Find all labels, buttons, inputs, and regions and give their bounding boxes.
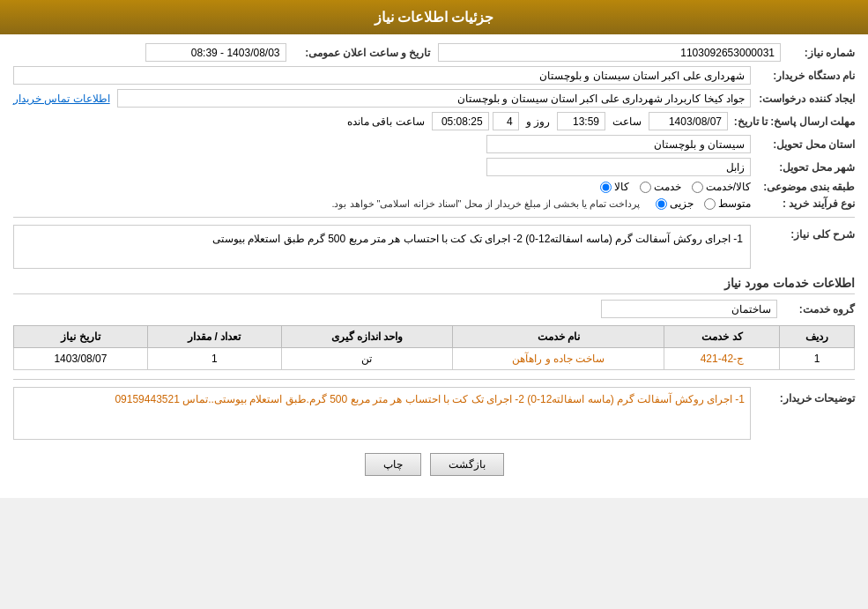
deadline-days-label: روز و <box>526 115 550 128</box>
col-quantity: تعداد / مقدار <box>147 326 281 348</box>
buyer-notes-box: 1- اجرای روکش آسفالت گرم (ماسه اسفالته12… <box>13 387 751 440</box>
category-kala-option[interactable]: کالا <box>600 181 629 193</box>
deadline-date-value: 1403/08/07 <box>649 112 728 130</box>
divider-1 <box>13 217 855 218</box>
button-row: بازگشت چاپ <box>13 453 855 489</box>
category-kala-khadamat-label: کالا/خدمت <box>706 181 751 193</box>
deadline-time-label: ساعت <box>612 115 642 128</box>
content-area: شماره نیاز: 1103092653000031 تاریخ و ساع… <box>0 34 868 498</box>
delivery-city-value: زابل <box>486 158 751 176</box>
col-service-code: کد خدمت <box>664 326 780 348</box>
process-motavaset-radio[interactable] <box>704 198 716 210</box>
col-unit: واحد اندازه گیری <box>281 326 452 348</box>
services-table: ردیف کد خدمت نام خدمت واحد اندازه گیری ت… <box>13 325 855 370</box>
category-khadamat-option[interactable]: خدمت <box>640 181 681 193</box>
deadline-label: مهلت ارسال پاسخ: تا تاریخ: <box>731 115 855 128</box>
cell-row_num: 1 <box>780 348 855 370</box>
process-note: پرداخت تمام یا بخشی از مبلغ خریدار از مح… <box>331 198 640 210</box>
creator-label: ایجاد کننده درخواست: <box>758 93 855 105</box>
announcement-date-label: تاریخ و ساعت اعلان عمومی: <box>290 47 431 59</box>
table-row: 1ج-42-421ساخت جاده و راهآهنتن11403/08/07 <box>14 348 855 370</box>
cell-need_date: 1403/08/07 <box>14 348 148 370</box>
category-kala-label: کالا <box>614 181 629 193</box>
deadline-remaining-value: 05:08:25 <box>432 112 489 130</box>
buyer-org-label: نام دستگاه خریدار: <box>758 70 855 82</box>
category-khadamat-radio[interactable] <box>640 182 651 193</box>
services-title: اطلاعات خدمات مورد نیاز <box>13 276 855 294</box>
delivery-province-value: سیستان و بلوچستان <box>486 135 751 153</box>
delivery-province-label: استان محل تحویل: <box>758 138 855 151</box>
need-description-box: 1- اجرای روکش آسفالت گرم (ماسه اسفالته12… <box>13 225 751 269</box>
category-label: طبقه بندی موضوعی: <box>758 181 855 193</box>
page-header: جزئیات اطلاعات نیاز <box>0 0 868 34</box>
category-radio-group: کالا/خدمت خدمت کالا <box>600 181 751 193</box>
need-description-label: شرح کلی نیاز: <box>758 225 855 241</box>
category-kala-khadamat-radio[interactable] <box>692 182 703 193</box>
buyer-notes-value: 1- اجرای روکش آسفالت گرم (ماسه اسفالته12… <box>115 393 745 405</box>
service-group-value: ساختمان <box>601 300 777 318</box>
deadline-time-value: 13:59 <box>557 112 605 130</box>
col-row-num: ردیف <box>780 326 855 348</box>
category-kala-radio[interactable] <box>600 182 612 193</box>
process-motavaset-label: متوسط <box>718 197 751 210</box>
need-number-label: شماره نیاز: <box>784 47 855 59</box>
page-title: جزئیات اطلاعات نیاز <box>375 10 494 25</box>
buyer-notes-label: توضیحات خریدار: <box>758 387 855 405</box>
category-kala-khadamat-option[interactable]: کالا/خدمت <box>692 181 751 193</box>
process-label: نوع فرآیند خرید : <box>758 197 855 210</box>
back-button[interactable]: بازگشت <box>430 453 504 476</box>
process-jozvi-label: جزیی <box>670 197 694 210</box>
deadline-remaining-label: ساعت باقی مانده <box>347 115 425 128</box>
service-group-label: گروه خدمت: <box>784 303 855 316</box>
process-motavaset-option[interactable]: متوسط <box>704 197 751 210</box>
need-description-value: 1- اجرای روکش آسفالت گرم (ماسه اسفالته12… <box>212 233 743 245</box>
print-button[interactable]: چاپ <box>365 453 421 476</box>
buyer-org-value: شهرداری علی اکبر استان سیستان و بلوچستان <box>13 66 751 85</box>
process-radio-group: متوسط جزیی <box>656 197 751 210</box>
page-wrapper: جزئیات اطلاعات نیاز شماره نیاز: 11030926… <box>0 0 868 498</box>
cell-unit: تن <box>281 348 452 370</box>
col-service-name: نام خدمت <box>453 326 664 348</box>
col-need-date: تاریخ نیاز <box>14 326 148 348</box>
need-number-value: 1103092653000031 <box>438 43 782 62</box>
cell-service_name: ساخت جاده و راهآهن <box>453 348 664 370</box>
deadline-days-value: 4 <box>493 112 519 130</box>
divider-2 <box>13 379 855 380</box>
category-khadamat-label: خدمت <box>654 181 681 193</box>
delivery-city-label: شهر محل تحویل: <box>758 161 855 174</box>
cell-quantity: 1 <box>147 348 281 370</box>
announcement-date-value: 1403/08/03 - 08:39 <box>145 43 286 62</box>
contact-link[interactable]: اطلاعات تماس خریدار <box>13 93 110 105</box>
process-jozvi-radio[interactable] <box>656 198 667 210</box>
cell-service_code: ج-42-421 <box>664 348 780 370</box>
process-jozvi-option[interactable]: جزیی <box>656 197 694 210</box>
creator-value: جواد کیخا کاربردار شهرداری علی اکبر استا… <box>117 89 751 108</box>
